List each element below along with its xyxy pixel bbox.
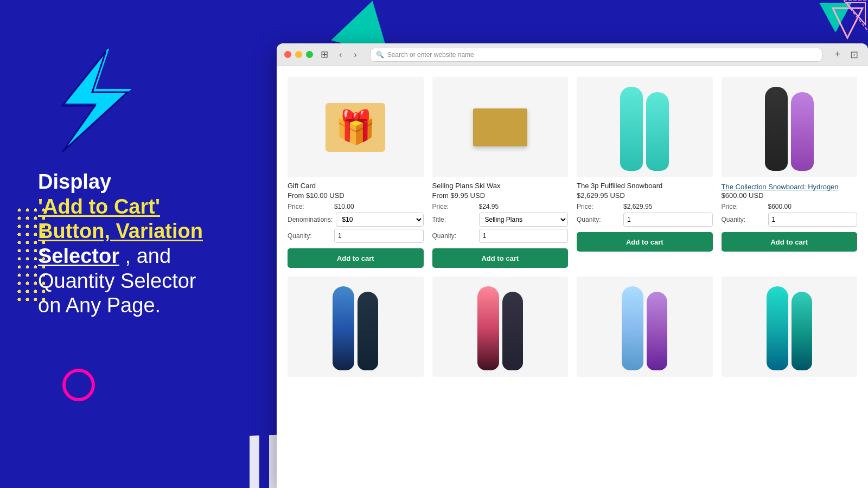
title-select-ski-wax[interactable]: Selling Plans Standard: [479, 213, 569, 227]
price-row-hydrogen-snowboard: Price: $600.00: [722, 203, 858, 210]
add-to-cart-hydrogen-snowboard[interactable]: Add to cart: [722, 232, 858, 252]
browser-chrome: ⊞ ‹ › 🔍 Search or enter website name + ⊡: [277, 43, 868, 66]
denom-select-gift-card[interactable]: $10 $25 $50 $100: [336, 213, 423, 227]
svg-marker-2: [819, 3, 852, 33]
product-image-liquid: [288, 277, 424, 377]
product-image-shopify: [722, 277, 858, 377]
snowboard-pair-teal: [620, 84, 669, 171]
product-image-ski-wax: [432, 77, 569, 177]
qty-label-ski-wax: Quanity:: [432, 232, 476, 240]
hero-line6: on Any Page.: [38, 294, 161, 317]
snowboard-pair-shopify: [767, 284, 812, 370]
product-card-hydrogen-snowboard: The Collection Snowboard: Hydrogen $600.…: [722, 77, 858, 268]
snowboard-teal-1: [620, 87, 643, 171]
traffic-light-red[interactable]: [284, 51, 291, 58]
price-value-3p-snowboard: $2,629.95: [623, 203, 713, 210]
price-value-hydrogen-snowboard: $600.00: [768, 203, 858, 210]
product-card-oxygen: [432, 277, 569, 381]
price-row-3p-snowboard: Price: $2,629.95: [577, 203, 713, 210]
qty-label-3p-snowboard: Quanity:: [577, 216, 620, 223]
hero-highlight3: Selector: [38, 245, 119, 267]
price-row-ski-wax: Price: $24.95: [432, 203, 569, 210]
product-name-ski-wax: Selling Plans Ski Wax: [432, 182, 569, 190]
address-text: Search or enter website name: [387, 51, 474, 59]
snowboard-light-blue-1: [622, 286, 643, 370]
qty-input-3p-snowboard[interactable]: [623, 213, 713, 227]
product-card-gift-card: Gift Card From $10.00 USD Price: $10.00 …: [288, 77, 424, 268]
product-image-cloud: [577, 277, 713, 377]
hero-normal1: , and: [125, 245, 171, 267]
hero-line5: Quantity Selector: [38, 269, 196, 292]
denom-label-gift-card: Denominations:: [288, 216, 333, 223]
snowboard-dark-forest-1: [358, 292, 378, 370]
qty-row-3p-snowboard: Quanity:: [577, 213, 713, 227]
qty-row-hydrogen-snowboard: Quanity:: [722, 213, 858, 227]
qty-row-gift-card: Quanity:: [288, 229, 424, 243]
price-label-hydrogen-snowboard: Price:: [722, 203, 765, 210]
price-label-gift-card: Price:: [288, 203, 331, 210]
product-image-3p-snowboard: [577, 77, 713, 177]
gift-card-image: [326, 103, 385, 152]
product-grid: Gift Card From $10.00 USD Price: $10.00 …: [288, 77, 857, 381]
title-row-ski-wax: Title: Selling Plans Standard: [432, 213, 569, 227]
add-to-cart-3p-snowboard[interactable]: Add to cart: [577, 232, 713, 252]
snowboard-teal-2: [646, 92, 669, 171]
snowboard-teal-text-2: [792, 292, 812, 370]
qty-input-gift-card[interactable]: [334, 229, 424, 243]
hero-line1: Display: [38, 170, 111, 193]
product-name-gift-card: Gift Card: [288, 182, 424, 190]
sidebar-toggle-button[interactable]: ⊞: [318, 47, 330, 62]
denom-row-gift-card: Denominations: $10 $25 $50 $100: [288, 213, 424, 227]
snowboard-pink-mountain-1: [477, 286, 499, 370]
store-content: Gift Card From $10.00 USD Price: $10.00 …: [277, 66, 868, 488]
qty-label-hydrogen-snowboard: Quanity:: [722, 216, 765, 223]
hero-text: Display 'Add to Cart' Button, Variation …: [38, 170, 250, 318]
product-image-gift-card: [288, 77, 424, 177]
hero-highlight1: 'Add to Cart': [38, 195, 160, 218]
snowboard-dark-mountain-1: [502, 292, 523, 370]
product-image-hydrogen-snowboard: [722, 77, 858, 177]
product-card-liquid: [288, 277, 424, 381]
address-bar[interactable]: 🔍 Search or enter website name: [370, 48, 823, 62]
product-card-shopify: [722, 277, 858, 381]
qty-input-ski-wax[interactable]: [479, 229, 569, 243]
product-price-3p-snowboard: $2,629.95 USD: [577, 191, 713, 200]
snowboard-teal-text-1: [767, 286, 788, 370]
snowboard-pair-oxygen: [477, 284, 523, 370]
qty-input-hydrogen-snowboard[interactable]: [768, 213, 858, 227]
browser-window: ⊞ ‹ › 🔍 Search or enter website name + ⊡…: [277, 43, 868, 488]
title-label-ski-wax: Title:: [432, 216, 476, 223]
snowboard-blue-forest-1: [333, 286, 354, 370]
qty-label-gift-card: Quanity:: [288, 232, 331, 240]
new-tab-button[interactable]: +: [832, 49, 843, 60]
forward-button[interactable]: ›: [350, 48, 360, 62]
add-to-cart-gift-card[interactable]: Add to cart: [288, 248, 424, 268]
qty-row-ski-wax: Quanity:: [432, 229, 569, 243]
price-label-3p-snowboard: Price:: [577, 203, 620, 210]
snowboard-pair-dark: [765, 84, 814, 171]
product-card-cloud: [577, 277, 713, 381]
product-price-ski-wax: From $9.95 USD: [432, 191, 569, 200]
traffic-light-green[interactable]: [306, 51, 313, 58]
left-panel: Display 'Add to Cart' Button, Variation …: [0, 0, 277, 488]
traffic-light-yellow[interactable]: [295, 51, 302, 58]
price-label-ski-wax: Price:: [432, 203, 476, 210]
product-name-hydrogen-snowboard[interactable]: The Collection Snowboard: Hydrogen: [722, 183, 839, 191]
product-price-hydrogen-snowboard: $600.00 USD: [722, 191, 858, 200]
product-name-3p-snowboard: The 3p Fulfilled Snowboard: [577, 182, 713, 190]
browser-menu-button[interactable]: ⊡: [848, 49, 860, 61]
back-button[interactable]: ‹: [336, 48, 345, 62]
snowboard-black-1: [765, 87, 788, 171]
price-row-gift-card: Price: $10.00: [288, 203, 424, 210]
wax-block-image: [473, 108, 527, 146]
price-value-ski-wax: $24.95: [479, 203, 569, 210]
price-value-gift-card: $10.00: [334, 203, 424, 210]
product-image-oxygen: [432, 277, 569, 377]
traffic-lights: [284, 51, 313, 58]
product-price-gift-card: From $10.00 USD: [288, 191, 424, 200]
hero-highlight2: Button, Variation: [38, 220, 203, 242]
snowboard-pair-liquid: [333, 284, 378, 370]
product-card-3p-snowboard: The 3p Fulfilled Snowboard $2,629.95 USD…: [577, 77, 713, 268]
snowboard-purple-cloud-1: [647, 292, 667, 370]
add-to-cart-ski-wax[interactable]: Add to cart: [432, 248, 569, 268]
